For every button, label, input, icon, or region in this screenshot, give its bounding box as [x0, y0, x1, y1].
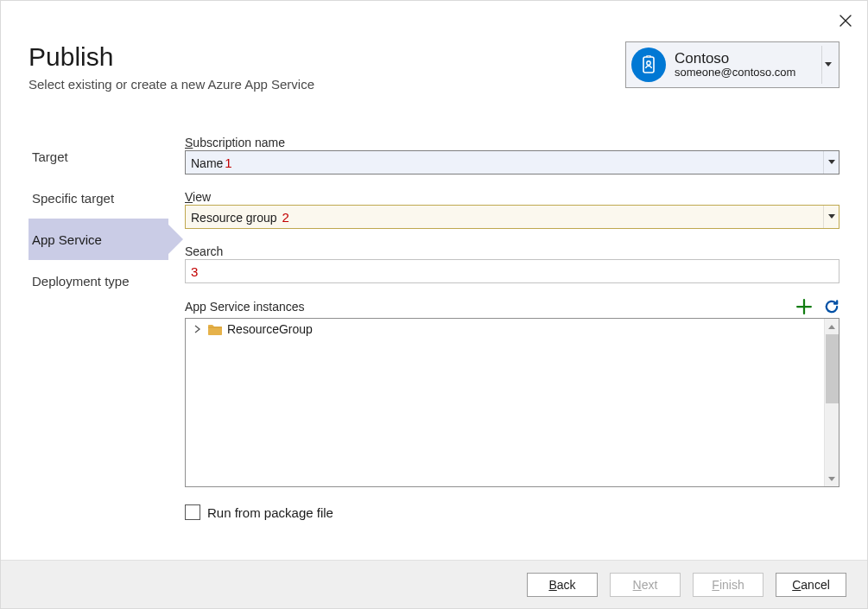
- chevron-down-icon[interactable]: [823, 206, 839, 228]
- instances-title: App Service instances: [185, 300, 305, 314]
- account-dropdown-button[interactable]: [821, 46, 833, 84]
- annotation-3: 3: [191, 264, 198, 279]
- scroll-down-icon[interactable]: [825, 472, 839, 486]
- step-specific-target[interactable]: Specific target: [29, 177, 168, 219]
- main-form: Subscription name Name1 View Resource gr…: [185, 136, 839, 520]
- search-input[interactable]: 3: [185, 259, 839, 283]
- page-subtitle: Select existing or create a new Azure Ap…: [29, 77, 314, 92]
- instances-tree[interactable]: ResourceGroup: [185, 318, 839, 487]
- account-text: Contoso someone@contoso.com: [675, 50, 821, 79]
- refresh-button[interactable]: [824, 299, 839, 314]
- run-from-package-checkbox[interactable]: [185, 504, 200, 520]
- view-label: View: [185, 190, 839, 204]
- account-badge-icon: [631, 48, 666, 82]
- run-from-package-label: Run from package file: [207, 505, 333, 520]
- svg-point-1: [647, 61, 650, 65]
- view-value: Resource group 2: [191, 210, 823, 225]
- scroll-up-icon[interactable]: [825, 319, 839, 333]
- cancel-button[interactable]: Cancel: [776, 573, 846, 597]
- step-deployment-type[interactable]: Deployment type: [29, 260, 168, 301]
- chevron-down-icon[interactable]: [823, 151, 839, 174]
- wizard-footer: Back Next Finish Cancel: [1, 560, 867, 608]
- close-button[interactable]: [839, 13, 852, 31]
- view-combo[interactable]: Resource group 2: [185, 205, 839, 229]
- subscription-value: Name1: [191, 155, 823, 170]
- tree-row-resourcegroup[interactable]: ResourceGroup: [186, 319, 839, 339]
- annotation-1: 1: [225, 155, 231, 170]
- scroll-thumb[interactable]: [826, 334, 839, 403]
- tree-row-label: ResourceGroup: [227, 322, 313, 336]
- step-app-service[interactable]: App Service: [29, 219, 168, 260]
- folder-icon: [208, 324, 222, 335]
- account-email: someone@contoso.com: [675, 67, 821, 79]
- expand-caret-icon[interactable]: [194, 325, 203, 333]
- back-button[interactable]: Back: [527, 573, 598, 597]
- subscription-label: Subscription name: [185, 136, 839, 149]
- wizard-steps: Target Specific target App Service Deplo…: [29, 136, 168, 301]
- subscription-combo[interactable]: Name1: [185, 150, 839, 174]
- search-label: Search: [185, 244, 839, 258]
- vertical-scrollbar[interactable]: [824, 319, 839, 486]
- annotation-2: 2: [282, 210, 289, 225]
- account-name: Contoso: [675, 50, 821, 67]
- page-title: Publish: [29, 42, 314, 72]
- finish-button: Finish: [693, 573, 763, 597]
- account-picker[interactable]: Contoso someone@contoso.com: [625, 41, 839, 88]
- step-target[interactable]: Target: [29, 136, 168, 177]
- next-button: Next: [610, 573, 681, 597]
- add-instance-button[interactable]: [796, 299, 812, 314]
